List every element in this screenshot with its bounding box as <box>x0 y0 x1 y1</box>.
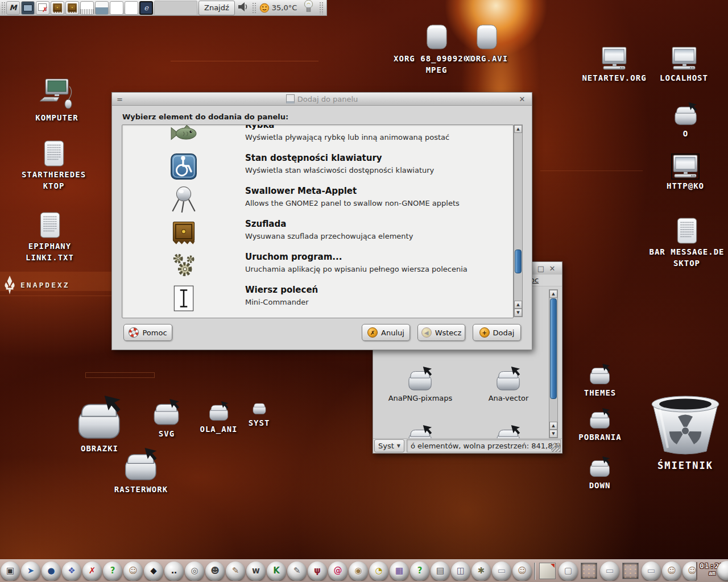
panel-handle[interactable] <box>1 2 5 14</box>
fm-location-combo[interactable]: Syst ▼ <box>374 439 404 452</box>
launcher-movie-cd[interactable]: ▦ <box>390 562 409 581</box>
scrollbar-thumb[interactable] <box>550 298 557 399</box>
blank-icon[interactable] <box>110 1 123 15</box>
launcher-whiteboard[interactable]: ▢ <box>559 562 578 581</box>
desktop-icon-down[interactable]: DOWN <box>576 456 624 491</box>
split-panel-icon[interactable] <box>95 1 109 15</box>
launcher-help[interactable]: ? <box>103 562 122 581</box>
kill-window-icon[interactable]: ✗ <box>36 1 49 15</box>
scroll-down-button[interactable]: ▼ <box>514 309 522 317</box>
launcher-kate[interactable]: K <box>267 562 286 581</box>
folder-icon[interactable] <box>407 366 433 392</box>
epiphany-icon[interactable]: e <box>139 1 153 15</box>
applet-list[interactable]: Rybka Wyświetla pływającą rybkę lub inną… <box>122 124 514 318</box>
applet-handle[interactable] <box>252 2 256 14</box>
launcher-notes[interactable]: ✎ <box>287 562 307 581</box>
launcher-globe[interactable]: ● <box>42 562 61 581</box>
folder-icon[interactable] <box>495 425 522 438</box>
launcher-dx-tool[interactable]: ✗ <box>82 562 102 581</box>
striped-doc-icon[interactable] <box>80 1 94 15</box>
dialog-scrollbar[interactable]: ▲ ▲ ▼ <box>514 124 523 317</box>
launcher-sticky-note[interactable] <box>539 563 556 579</box>
desktop-icon-enapdexz[interactable]: ENAPDEXZ <box>3 275 70 294</box>
desktop-icon-smietnik[interactable]: ŚMIETNIK <box>646 393 725 473</box>
scroll-up-button[interactable]: ▲ <box>549 290 557 298</box>
list-item-uruchom[interactable]: Uruchom program... Uruchamia aplikację p… <box>122 249 513 282</box>
launcher-debian[interactable]: @ <box>328 562 348 581</box>
lightbulb-icon[interactable] <box>304 0 313 16</box>
desktop-icon-svg[interactable]: SVG <box>150 399 184 439</box>
back-button[interactable]: ◀ Wstecz <box>417 324 465 341</box>
folder-icon[interactable] <box>495 366 522 392</box>
launcher-help-2[interactable]: ? <box>410 562 429 581</box>
launcher-picture-frame[interactable]: ▣ <box>1 562 20 581</box>
folder-icon[interactable] <box>407 425 433 438</box>
scroll-up-button[interactable]: ▲ <box>549 422 557 430</box>
desktop-icon-o[interactable]: O <box>670 102 701 139</box>
panel-handle[interactable] <box>319 2 323 14</box>
file-label[interactable]: AnaPNG-pixmaps <box>380 394 460 402</box>
launcher-journal[interactable]: ✎ <box>226 562 245 581</box>
help-button[interactable]: Pomoc <box>123 324 172 341</box>
launcher-roast-cd[interactable]: ◔ <box>369 562 388 581</box>
fm-scrollbar[interactable]: ▲ ▲ ▼ <box>549 289 558 438</box>
launcher-gimp-3[interactable]: ☺ <box>662 562 681 581</box>
launcher-gimp[interactable]: ☺ <box>123 562 143 581</box>
launcher-screenshot-1[interactable] <box>581 563 597 579</box>
cancel-button[interactable]: ✗ Anuluj <box>362 324 410 341</box>
launcher-photo[interactable]: ☻ <box>205 562 225 581</box>
close-icon[interactable]: ✕ <box>517 95 527 103</box>
launcher-folder-3[interactable]: ▭ <box>642 562 661 581</box>
add-to-panel-dialog[interactable]: = Dodaj do panelu ✕ Wybierz element do d… <box>111 92 532 350</box>
m-logo-icon[interactable]: M <box>6 1 20 15</box>
drawer-icon[interactable] <box>65 1 79 15</box>
desktop-icon-localhost[interactable]: LOCALHOST <box>648 47 719 84</box>
desktop-icon-netartev[interactable]: NETARTEV.ORG <box>577 47 651 84</box>
desktop-icon-pobrania[interactable]: POBRANIA <box>572 408 628 443</box>
launcher-screenshot-2[interactable] <box>622 563 639 579</box>
list-item-szuflada[interactable]: Szuflada Wysuwana szuflada przechowująca… <box>122 216 513 249</box>
scrollbar-thumb[interactable] <box>515 250 522 273</box>
launcher-folder-1[interactable]: ▭ <box>492 562 511 581</box>
desktop-icon-ola-ani[interactable]: OLA_ANI <box>195 401 243 435</box>
scroll-up-button[interactable]: ▲ <box>514 125 522 133</box>
scroll-down-button[interactable]: ▼ <box>549 430 557 438</box>
resize-grip[interactable] <box>551 443 560 452</box>
close-icon[interactable]: ✕ <box>547 264 557 273</box>
launcher-gears[interactable]: ✱ <box>471 562 491 581</box>
screen-icon[interactable] <box>21 1 35 15</box>
desktop-icon-xorg-avi[interactable]: XORG.AVI <box>460 23 514 64</box>
find-button[interactable]: Znajdź <box>198 1 235 15</box>
add-button[interactable]: + Dodaj <box>473 324 521 341</box>
desktop-icon-httpko[interactable]: HTTP@KO <box>660 155 711 192</box>
launcher-abiword[interactable]: w <box>246 562 266 581</box>
launcher-document-preview[interactable]: ◎ <box>185 562 204 581</box>
desktop-icon-obrazki[interactable]: OBRAZKI <box>68 396 131 454</box>
launcher-gimp-4[interactable]: ☺ <box>682 562 697 581</box>
desktop-icon-bar-desktop[interactable]: BAR MESSAGE.DE SKTOP <box>646 217 728 269</box>
file-label[interactable]: Ana-vector <box>469 394 548 402</box>
weather-applet[interactable]: 35,0°C <box>257 3 300 13</box>
launcher-planet[interactable]: ◉ <box>349 562 368 581</box>
launcher-calculator[interactable]: ▤ <box>431 562 450 581</box>
launcher-folder-2[interactable]: ▭ <box>600 562 619 581</box>
launcher-lyx[interactable]: ψ <box>308 562 327 581</box>
launcher-inkscape[interactable]: ◆ <box>144 562 163 581</box>
launcher-gimp-2[interactable]: ☺ <box>512 562 532 581</box>
desktop-icon-rasterwork[interactable]: RASTERWORK <box>101 448 181 495</box>
list-item-swallower[interactable]: Swallower Meta-Applet Allows the GNOME2 … <box>122 183 513 216</box>
list-item-rybka[interactable]: Rybka Wyświetla pływającą rybkę lub inną… <box>122 124 513 150</box>
dialog-titlebar[interactable]: = Dodaj do panelu ✕ <box>112 93 532 106</box>
desktop-icon-syst[interactable]: SYST <box>243 400 275 429</box>
launcher-web-browser[interactable]: ➤ <box>21 562 40 581</box>
launcher-media-player[interactable]: ◫ <box>451 562 470 581</box>
drawer-icon[interactable] <box>51 1 64 15</box>
scroll-up-button[interactable]: ▲ <box>514 301 522 309</box>
list-item-accessibility[interactable]: Stan dostępności klawiatury Wyświetla st… <box>122 150 513 183</box>
desktop-icon-themes[interactable]: THEMES <box>574 364 626 398</box>
launcher-blue-creature[interactable]: ❖ <box>62 562 81 581</box>
desktop-icon-epiphany-linki[interactable]: EPIPHANY LINKI.TXT <box>14 211 85 264</box>
blank-icon[interactable] <box>125 1 138 15</box>
launcher-eyes[interactable]: ‥ <box>164 562 184 581</box>
speaker-icon[interactable] <box>238 2 249 14</box>
